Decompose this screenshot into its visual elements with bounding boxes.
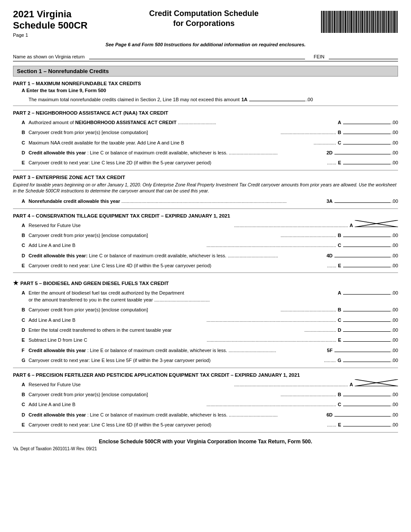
page-header: 2021 Virginia Schedule 500CR Page 1 Cred… [13, 9, 398, 38]
part6-lineE-ref: E [338, 422, 341, 427]
part6-lineA-text: Reserved for Future Use [29, 381, 234, 388]
name-input-line[interactable] [89, 52, 305, 59]
part5-lineC-ref: C [338, 317, 341, 323]
part4-lineB-ref: B [338, 233, 341, 238]
part2-lineE-input[interactable] [343, 157, 391, 164]
svg-rect-14 [337, 11, 337, 33]
part4-lineE: E Carryover credit to next year: Line C … [22, 260, 398, 269]
part6-lineA-ref: A [350, 382, 353, 387]
part4-lineC-input[interactable] [343, 240, 391, 247]
part6-lineE: E Carryover credit to next year: Line C … [22, 420, 398, 428]
part2-lineC-text: Maximum NAA credit available for the tax… [29, 140, 314, 146]
part4-lineD-ref: 4D [327, 253, 333, 258]
svg-rect-59 [391, 11, 392, 33]
part5-lineC-input[interactable] [343, 315, 391, 322]
part4-lineC-text: Add Line A and Line B [29, 242, 206, 249]
part5-lineF-cents: .00 [392, 348, 398, 353]
part2-lineB-cents: .00 [392, 130, 398, 135]
part1-lineA-cents: .00 [306, 97, 313, 102]
part5-lineG-cents: .00 [392, 358, 398, 363]
part6-lineC-cents: .00 [392, 402, 398, 407]
form-subtitle: Credit Computation Schedule for Corporat… [87, 9, 320, 29]
part5-lineE-input[interactable] [343, 335, 391, 342]
part4-lineC-ref: C [338, 243, 341, 248]
part4-lineA-text: Reserved for Future Use [29, 222, 234, 229]
part2-lineA-cents: .00 [392, 120, 398, 125]
part4-lineB-cents: .00 [392, 233, 398, 238]
part5-lineC: C Add Line A and Line B ................… [22, 315, 398, 324]
svg-rect-9 [331, 11, 331, 33]
svg-rect-28 [353, 11, 354, 33]
svg-rect-7 [328, 11, 329, 33]
svg-rect-27 [353, 11, 353, 33]
part4-lineE-text: Carryover credit to next year: Line C le… [29, 263, 327, 269]
svg-rect-62 [394, 11, 395, 33]
part4-lineD-text: Line C or balance of maximum credit avai… [89, 253, 226, 258]
part2-lineD-ref: 2D [327, 150, 333, 155]
form-subtitle-text: Credit Computation Schedule for Corporat… [96, 9, 311, 29]
part6-lineE-text: Carryover credit to next year: Line C le… [29, 422, 327, 428]
part6-lineC-ref: C [338, 402, 341, 407]
svg-rect-36 [363, 11, 364, 33]
part3-lineA-input[interactable] [334, 196, 391, 203]
svg-rect-45 [374, 11, 375, 33]
barcode [320, 9, 398, 35]
part4-lineD: D Credit allowable this year: Line C or … [22, 250, 398, 259]
part6-lineB-input[interactable] [343, 389, 391, 396]
svg-rect-47 [376, 11, 377, 33]
svg-rect-32 [358, 11, 359, 33]
svg-rect-4 [325, 11, 325, 33]
svg-rect-48 [377, 11, 379, 33]
svg-rect-8 [329, 11, 331, 33]
part1-lineA-input[interactable] [249, 94, 305, 101]
svg-rect-24 [349, 11, 349, 33]
part5-lineD: D Enter the total credit transferred to … [22, 325, 398, 333]
title-left: 2021 Virginia Schedule 500CR Page 1 [13, 9, 87, 38]
part6-lineE-input[interactable] [343, 420, 391, 426]
part5-lineC-text: Add Line A and Line B [29, 317, 206, 324]
part5-star: ★ [13, 279, 19, 286]
svg-rect-26 [351, 11, 352, 33]
part6-lineD-input[interactable] [334, 410, 391, 417]
svg-rect-13 [336, 11, 336, 33]
part5-lineD-input[interactable] [343, 325, 391, 332]
part5-lineG-input[interactable] [343, 355, 391, 362]
part5-lineF-input[interactable] [334, 345, 391, 352]
part6-lineD-bold: Credit allowable this year [29, 412, 86, 417]
part2-lineD-text: : Line C or balance of maximum credit av… [87, 150, 228, 155]
svg-rect-3 [323, 11, 324, 33]
svg-rect-37 [364, 11, 365, 33]
svg-rect-40 [368, 11, 369, 33]
part6-lineC-text: Add Line A and Line B [29, 401, 206, 408]
svg-rect-58 [390, 11, 390, 33]
svg-rect-61 [393, 11, 394, 33]
part6-lineB: B Carryover credit from prior year(s) [e… [22, 389, 398, 398]
part4-lineE-input[interactable] [343, 260, 391, 267]
svg-rect-35 [362, 11, 363, 33]
part2-lineA-input[interactable] [343, 117, 391, 124]
part2-lineB-input[interactable] [343, 127, 391, 134]
part2-lineD-input[interactable] [334, 147, 391, 154]
svg-rect-52 [382, 11, 383, 33]
part5-lineD-ref: D [338, 327, 341, 333]
svg-rect-6 [327, 11, 328, 33]
fein-input-line[interactable] [329, 52, 398, 59]
part6-lineC-input[interactable] [343, 399, 391, 406]
part6-lineD-ref: 6D [327, 412, 333, 417]
part1-header: PART 1 – MAXIMUM NONREFUNDABLE TAX CREDI… [13, 81, 398, 86]
part5-lineB-ref: B [338, 307, 341, 312]
part4-lineA: A Reserved for Future Use ..............… [22, 220, 398, 229]
svg-rect-12 [334, 11, 335, 33]
part4-lineD-input[interactable] [334, 250, 391, 257]
part2-lineC-input[interactable] [343, 138, 391, 144]
part5-lineA-input[interactable] [343, 288, 391, 295]
part4-lineE-cents: .00 [392, 263, 398, 268]
part4-lineB-input[interactable] [343, 230, 391, 237]
part4-lineD-cents: .00 [392, 253, 398, 258]
svg-rect-1 [321, 11, 322, 33]
form-title: 2021 Virginia Schedule 500CR [13, 9, 87, 32]
part3-lineA-bold: Nonrefundable credit allowable this year [29, 199, 120, 204]
part4-content: A Reserved for Future Use ..............… [13, 220, 398, 269]
svg-rect-25 [350, 11, 350, 33]
part5-lineB-input[interactable] [343, 304, 391, 311]
